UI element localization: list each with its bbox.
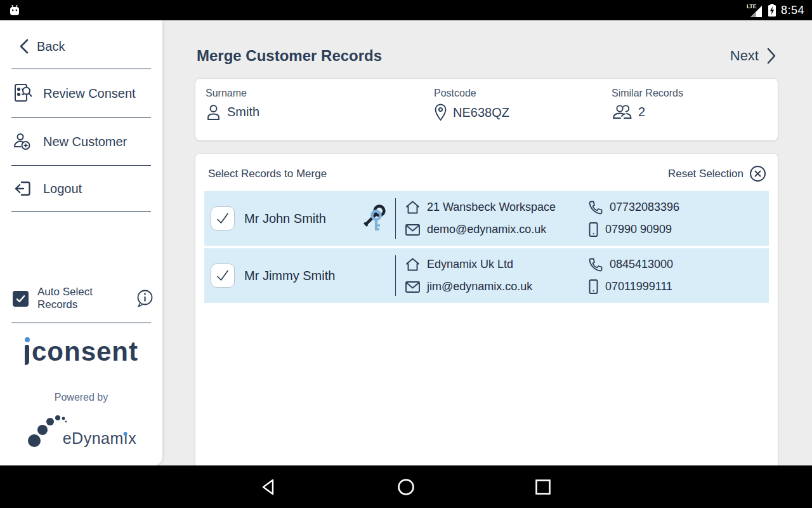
keys-icon	[362, 203, 389, 234]
back-button[interactable]: Back	[0, 20, 162, 69]
status-bar: LTE 8:54	[0, 0, 812, 20]
postcode-column: Postcode NE638QZ	[434, 88, 612, 131]
record-mobile: 07990 90909	[588, 222, 679, 237]
nav-back-button[interactable]	[259, 478, 278, 497]
page-title: Merge Customer Records	[197, 47, 382, 65]
record-name: Mr John Smith	[244, 211, 326, 226]
nav-recents-button[interactable]	[534, 478, 553, 497]
similar-records-count: 2	[638, 105, 645, 119]
envelope-icon	[405, 281, 421, 293]
main-header: Merge Customer Records Next	[162, 20, 812, 65]
record-checkbox[interactable]	[211, 206, 235, 231]
logout-icon	[13, 179, 33, 198]
auto-select-records-row: Auto Select Records	[0, 274, 162, 323]
postcode-label: Postcode	[434, 88, 612, 99]
similar-records-column: Similar Records 2	[612, 88, 683, 131]
surname-value: Smith	[227, 105, 259, 119]
close-circle-icon	[749, 165, 766, 182]
info-icon[interactable]	[136, 290, 154, 307]
auto-select-checkbox[interactable]	[13, 291, 29, 307]
lte-signal-icon: LTE	[747, 3, 763, 18]
reset-selection-button[interactable]: Reset Selection	[668, 165, 766, 182]
record-phone: 07732083396	[588, 200, 679, 215]
merge-records-card: Select Records to Merge Reset Selection	[195, 153, 778, 473]
location-pin-icon	[434, 104, 447, 121]
sidebar-item-new-customer[interactable]: New Customer	[0, 118, 162, 165]
similar-records-label: Similar Records	[612, 88, 683, 99]
edynamix-logo: eDynam●ıx	[26, 411, 137, 448]
next-label: Next	[730, 48, 759, 64]
mobile-phone-icon	[588, 279, 599, 295]
surname-label: Surname	[206, 88, 434, 99]
next-button[interactable]: Next	[730, 47, 778, 65]
main-content: Merge Customer Records Next Surname Smi	[162, 20, 812, 465]
phone-icon	[588, 200, 603, 215]
new-customer-icon	[13, 131, 33, 152]
divider	[11, 211, 151, 212]
record-name: Mr Jimmy Smith	[244, 269, 335, 283]
home-icon	[405, 200, 421, 215]
record-checkbox[interactable]	[211, 264, 235, 288]
sidebar-item-label: Logout	[43, 182, 82, 196]
svg-text:LTE: LTE	[747, 3, 757, 10]
merge-card-title: Select Records to Merge	[208, 168, 327, 180]
edynamix-wordmark: eDynam●ıx	[63, 429, 137, 448]
android-navigation-bar	[0, 465, 812, 508]
reset-selection-label: Reset Selection	[668, 168, 743, 180]
sidebar-item-logout[interactable]: Logout	[0, 166, 162, 211]
status-time: 8:54	[781, 4, 804, 17]
people-icon	[612, 104, 632, 121]
sidebar-item-label: Review Consent	[43, 86, 136, 101]
home-icon	[405, 257, 421, 272]
nav-home-button[interactable]	[396, 478, 416, 497]
consent-logo-text: consent	[32, 338, 138, 365]
postcode-value: NE638QZ	[453, 105, 509, 120]
powered-by-label: Powered by	[0, 392, 162, 403]
surname-column: Surname Smith	[206, 88, 434, 131]
sidebar-item-label: New Customer	[43, 135, 127, 149]
record-mobile: 07011999111	[588, 279, 673, 295]
record-row[interactable]: Mr Jimmy Smith Edynamix Uk Ltd	[204, 248, 769, 303]
sidebar: Back Review Consent	[0, 20, 162, 465]
android-notification-icon	[8, 3, 22, 17]
chevron-right-icon	[765, 47, 778, 65]
mobile-phone-icon	[588, 222, 599, 237]
record-row[interactable]: Mr John Smith	[204, 191, 769, 246]
brand-block: consent Powered by eDynam●ıx	[0, 323, 162, 450]
record-address: Edynamix Uk Ltd	[405, 257, 588, 272]
record-address: 21 Wansbeck Workspace	[405, 200, 588, 215]
record-phone: 0845413000	[588, 257, 673, 272]
sidebar-item-review-consent[interactable]: Review Consent	[0, 69, 162, 117]
edynamix-dots-icon	[26, 411, 67, 448]
battery-charging-icon	[768, 3, 776, 18]
review-consent-icon	[13, 83, 33, 104]
consent-logo: consent	[24, 338, 138, 365]
back-label: Back	[37, 39, 65, 54]
chevron-left-icon	[18, 38, 32, 55]
record-email: demo@edynamix.co.uk	[405, 223, 588, 236]
search-summary-card: Surname Smith Postcode	[195, 78, 778, 141]
consent-logo-i-glyph	[24, 340, 30, 365]
phone-icon	[588, 257, 603, 272]
person-icon	[206, 104, 221, 121]
envelope-icon	[405, 224, 421, 236]
record-email: jim@edynamix.co.uk	[405, 280, 588, 293]
auto-select-label: Auto Select Records	[37, 286, 128, 311]
